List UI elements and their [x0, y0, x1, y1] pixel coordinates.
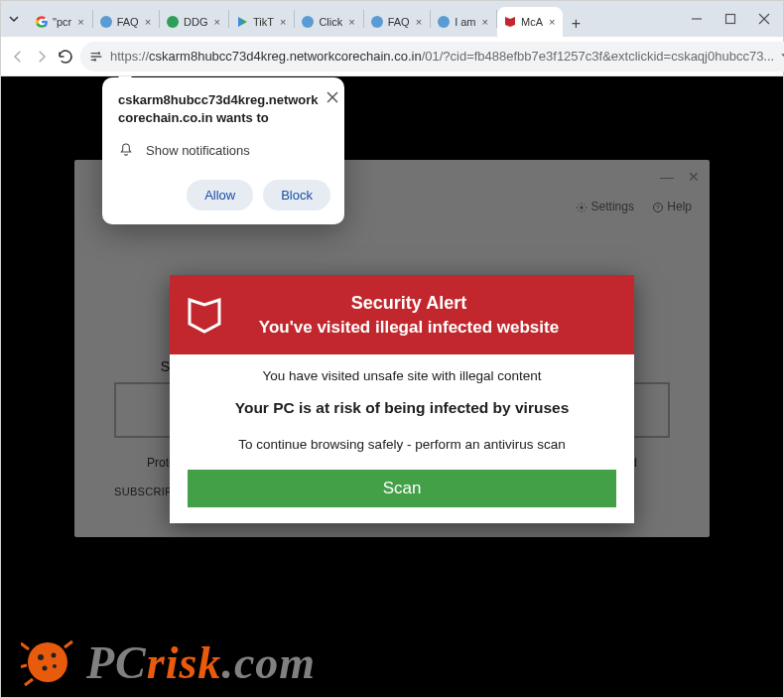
tab-title: DDG	[184, 16, 207, 28]
tab-close-button[interactable]: ×	[346, 16, 356, 28]
svg-point-25	[38, 654, 44, 660]
tab-close-button[interactable]: ×	[547, 16, 557, 28]
perm-close-button[interactable]	[327, 91, 338, 107]
pcrisk-watermark: PCrisk.com	[21, 635, 316, 689]
tab-3[interactable]: TikT ×	[229, 7, 294, 37]
site-info-button[interactable]	[88, 49, 104, 65]
tune-icon	[88, 49, 104, 65]
svg-point-27	[43, 666, 48, 671]
tab-title: Click	[319, 16, 342, 28]
tab-title: FAQ	[388, 16, 410, 28]
tab-title: TikT	[253, 16, 274, 28]
notification-permission-prompt: cskarm8hubcc73d4kreg.network corechain.c…	[102, 77, 344, 224]
svg-point-7	[438, 16, 450, 28]
reload-icon	[57, 48, 74, 66]
alert-header: Security Alert You've visited illegal in…	[170, 275, 634, 354]
tab-close-button[interactable]: ×	[212, 16, 222, 28]
back-button[interactable]	[9, 43, 27, 70]
svg-rect-9	[726, 15, 735, 24]
svg-line-31	[25, 679, 33, 685]
alert-subtitle: You've visited illegal infected website	[229, 318, 588, 338]
tab-1[interactable]: FAQ ×	[93, 7, 159, 37]
address-bar[interactable]: https://cskarm8hubcc73d4kreg.networkcore…	[80, 42, 784, 71]
arrow-left-icon	[9, 48, 27, 66]
tab-close-button[interactable]: ×	[480, 16, 490, 28]
reload-button[interactable]	[57, 43, 74, 70]
globe-icon	[370, 15, 384, 29]
forward-button[interactable]	[33, 43, 51, 70]
security-alert-popup: Security Alert You've visited illegal in…	[170, 275, 634, 523]
block-button[interactable]: Block	[263, 180, 330, 210]
tab-close-button[interactable]: ×	[278, 16, 288, 28]
maximize-button[interactable]	[714, 5, 747, 33]
minimize-icon	[691, 13, 703, 25]
window-controls	[680, 1, 783, 37]
new-tab-button[interactable]: +	[563, 11, 588, 37]
globe-icon	[99, 15, 113, 29]
url-text: https://cskarm8hubcc73d4kreg.networkcore…	[110, 49, 774, 64]
arrow-right-icon	[33, 48, 51, 66]
tab-close-button[interactable]: ×	[414, 16, 424, 28]
svg-line-30	[21, 665, 27, 667]
maximize-icon	[724, 13, 736, 25]
mcafee-shield-icon	[188, 296, 221, 334]
tab-6[interactable]: I am ×	[431, 7, 496, 37]
site-icon	[166, 15, 180, 29]
tab-0[interactable]: "pcr ×	[29, 7, 92, 37]
tab-2[interactable]: DDG ×	[160, 7, 228, 37]
alert-line-1: You have visited unsafe site with illega…	[188, 368, 616, 383]
globe-icon	[301, 15, 315, 29]
svg-point-28	[53, 664, 57, 668]
watermark-text: PCrisk.com	[86, 636, 316, 689]
svg-point-13	[93, 59, 96, 62]
page-viewport: — ✕ Settings ? Help Sec AcAfee	[1, 76, 783, 697]
svg-point-5	[302, 16, 314, 28]
perm-text: Show notifications	[146, 143, 250, 158]
tab-7-active[interactable]: McA ×	[497, 7, 563, 37]
tab-title: FAQ	[117, 16, 139, 28]
tab-4[interactable]: Click ×	[295, 7, 362, 37]
tab-title: "pcr	[53, 16, 71, 28]
close-icon	[327, 91, 338, 103]
tab-close-button[interactable]: ×	[143, 16, 153, 28]
tab-title: McA	[521, 16, 543, 28]
perm-origin: cskarm8hubcc73d4kreg.network corechain.c…	[118, 91, 319, 126]
svg-point-26	[52, 653, 57, 658]
svg-point-12	[97, 52, 100, 55]
tab-5[interactable]: FAQ ×	[364, 7, 430, 37]
svg-point-2	[167, 16, 179, 28]
bell-icon	[118, 142, 134, 158]
globe-icon	[437, 15, 451, 29]
bug-icon	[21, 635, 74, 689]
close-window-button[interactable]	[747, 5, 781, 33]
tab-close-button[interactable]: ×	[75, 16, 85, 28]
browser-window: "pcr × FAQ × DDG ×	[0, 0, 784, 698]
close-icon	[758, 13, 770, 25]
alert-line-3: To continue browsing safely - perform an…	[188, 437, 616, 452]
svg-point-6	[371, 16, 383, 28]
toolbar: https://cskarm8hubcc73d4kreg.networkcore…	[1, 37, 783, 76]
allow-button[interactable]: Allow	[187, 180, 253, 210]
tab-title: I am	[455, 16, 475, 28]
alert-title: Security Alert	[229, 293, 588, 314]
play-store-icon	[235, 15, 249, 29]
chevron-down-icon	[8, 13, 20, 25]
bookmark-button[interactable]	[780, 48, 784, 66]
titlebar: "pcr × FAQ × DDG ×	[1, 1, 783, 37]
svg-point-24	[28, 642, 67, 682]
tab-search-dropdown[interactable]	[1, 1, 27, 37]
plus-icon: +	[572, 15, 581, 33]
scan-button[interactable]: Scan	[188, 470, 616, 507]
star-icon	[780, 48, 784, 66]
mcafee-icon	[503, 15, 517, 29]
svg-line-29	[21, 643, 29, 649]
minimize-button[interactable]	[680, 5, 714, 33]
alert-line-2: Your PC is at risk of being infected by …	[188, 399, 616, 417]
svg-point-1	[100, 16, 112, 28]
svg-line-32	[65, 641, 72, 647]
tab-strip: "pcr × FAQ × DDG ×	[27, 1, 680, 37]
google-icon	[35, 15, 49, 29]
